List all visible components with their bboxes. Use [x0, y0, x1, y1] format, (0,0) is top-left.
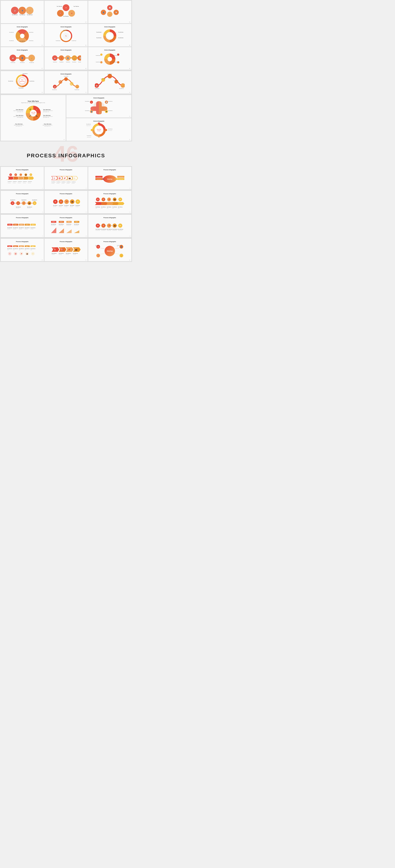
- process-svg-9: ⚙ 🎯 📌 💼 ✉ Your Title here Your Title her…: [94, 220, 125, 234]
- svg-text:🎯: 🎯: [17, 202, 19, 204]
- svg-text:lorem ipsum: lorem ipsum: [13, 183, 16, 183]
- svg-point-38: [107, 33, 112, 39]
- svg-text:Your title here: Your title here: [13, 227, 18, 228]
- svg-text:lorem: lorem: [112, 208, 114, 209]
- process-slide-4: Process Infographic ⚙ 🎯 📌 💼 ✉ Your title…: [1, 191, 44, 213]
- svg-text:lorem ipsum: lorem ipsum: [31, 228, 34, 229]
- svg-line-418: [100, 253, 104, 254]
- slide-title: Process Infographic: [46, 217, 86, 218]
- svg-text:Your title here: Your title here: [52, 253, 57, 254]
- infographic: ↻ Your title here Your title here Your t…: [46, 28, 86, 43]
- process-svg-11: STEP 1 STEP 2 STEP 3 STEP 4 ⚙ 🎯 📌 💼 Your…: [51, 244, 81, 258]
- svg-point-99: [59, 80, 62, 84]
- svg-text:💼: 💼: [113, 198, 116, 200]
- svg-text:lorem ipsum: lorem ipsum: [8, 183, 11, 183]
- svg-text:lorem ipsum: lorem ipsum: [16, 208, 20, 208]
- slide-number: 8: [86, 236, 87, 237]
- svg-rect-64: [64, 57, 65, 58]
- slide-number: 62: [85, 22, 87, 23]
- svg-text:Your title here: Your title here: [62, 182, 66, 182]
- svg-text:STEP 3: STEP 3: [67, 221, 70, 222]
- svg-marker-331: [111, 225, 112, 226]
- svg-rect-51: [25, 57, 28, 59]
- svg-text:Your Title here: Your Title here: [107, 229, 112, 230]
- svg-text:👤: 👤: [21, 57, 23, 59]
- svg-text:lorem ipsum: lorem ipsum: [52, 254, 55, 255]
- svg-text:Your title here: Your title here: [31, 227, 36, 228]
- slide-number: 9: [130, 236, 130, 237]
- svg-text:🎯: 🎯: [14, 253, 16, 255]
- svg-text:lorem ipsum dolor: lorem ipsum dolor: [66, 225, 71, 226]
- middle-row: Your title here Apparently we had reache…: [4, 105, 62, 122]
- svg-text:Your title here: Your title here: [95, 88, 99, 89]
- svg-text:Your title here: Your title here: [85, 101, 90, 102]
- svg-text:Your title here: Your title here: [13, 248, 18, 249]
- svg-text:lorem: lorem: [118, 208, 120, 209]
- svg-text:lorem: lorem: [13, 250, 14, 250]
- slide-card: ☕ 📌 🏆 Your title here Your title here Yo…: [88, 71, 131, 94]
- svg-text:🌿: 🌿: [29, 108, 31, 111]
- svg-text:Your title here: Your title here: [16, 207, 21, 208]
- svg-text:Your Title here: Your Title here: [112, 207, 117, 208]
- svg-text:Your title here: Your title here: [23, 73, 28, 74]
- left-labels: Your title here Apparently we had reache…: [12, 109, 23, 118]
- svg-marker-322: [66, 229, 72, 233]
- slide-number: 64: [41, 45, 43, 46]
- svg-text:Your Title here: Your Title here: [101, 229, 106, 230]
- svg-text:🎯: 🎯: [58, 177, 61, 179]
- svg-text:Your title here: Your title here: [9, 40, 14, 41]
- svg-text:Your title here: Your title here: [27, 207, 32, 208]
- svg-text:🏆: 🏆: [74, 57, 75, 59]
- svg-text:Step 2: Step 2: [14, 246, 17, 247]
- svg-text:Your title here: Your title here: [59, 205, 63, 206]
- svg-marker-155: [18, 177, 24, 180]
- svg-text:lorem: lorem: [25, 250, 26, 250]
- slide-number: 5: [86, 212, 87, 213]
- svg-text:🎤: 🎤: [29, 115, 31, 117]
- svg-text:✦: ✦: [91, 101, 92, 103]
- svg-text:🎓: 🎓: [105, 111, 107, 113]
- svg-text:STEP 1: STEP 1: [8, 224, 11, 225]
- svg-text:is here: is here: [97, 130, 101, 131]
- svg-text:Your title here: Your title here: [13, 181, 17, 182]
- infographic: Your title here Your title here Your tit…: [2, 73, 42, 88]
- svg-text:lorem ipsum dolor: lorem ipsum dolor: [112, 230, 117, 231]
- svg-text:Your title here: Your title here: [59, 224, 64, 225]
- right-label-2: Your title here Apparently we had reache…: [43, 115, 55, 118]
- process-slide-12: Process Infographic Startup ⚙ 👤: [88, 239, 131, 261]
- slide-card: Circle Infographic ☕ 👤 🏆 Your title here…: [1, 47, 44, 70]
- svg-text:Your title here: Your title here: [72, 182, 76, 182]
- svg-text:Your title here: Your title here: [7, 227, 12, 228]
- slide-number: 75: [129, 139, 130, 140]
- svg-text:👤: 👤: [22, 10, 23, 11]
- svg-text:💼: 💼: [28, 202, 30, 204]
- process-grid-row4: Process Infographic Step 1 Step 2 Step 3…: [0, 238, 132, 262]
- svg-point-146: [91, 129, 93, 131]
- svg-text:Step 3: Step 3: [20, 246, 23, 247]
- infographic: ☕ 👤 🏆 Your title here Your title here Yo…: [2, 52, 42, 66]
- puzzle-svg: ✦ 📊 👤 🎓 Your title here Your title here …: [84, 99, 114, 114]
- svg-text:☕: ☕: [12, 57, 14, 59]
- svg-text:🎯: 🎯: [60, 200, 62, 203]
- svg-text:Your title here: Your title here: [29, 81, 34, 82]
- svg-text:Your title here: Your title here: [119, 177, 123, 178]
- slide-title: Process Infographic: [46, 193, 86, 194]
- svg-point-84: [117, 61, 119, 63]
- svg-text:Your title here: Your title here: [87, 135, 92, 136]
- svg-text:lorem ipsum: lorem ipsum: [18, 183, 21, 183]
- slide-title: Process Infographic: [2, 169, 42, 170]
- process-svg-8: STEP 1 STEP 2 STEP 3 STEP 4 Your title h…: [51, 220, 81, 234]
- slide-content: Your title here Apparently we had reache…: [2, 97, 64, 129]
- svg-line-419: [115, 253, 120, 254]
- slide-number: 65: [85, 45, 87, 46]
- svg-text:Your title here: Your title here: [29, 62, 34, 63]
- svg-text:⚙: ⚙: [54, 249, 56, 251]
- infographic: 📊 👤 🏆 💬: [90, 3, 130, 18]
- slide-card: Circle Infographic ↻ Your title here You…: [44, 24, 88, 46]
- svg-text:📌: 📌: [109, 75, 111, 77]
- svg-text:lorem ipsum: lorem ipsum: [59, 254, 62, 255]
- infographic: ⚙ 🎯 📌 💼 ✉ Your title here Your title her…: [2, 172, 42, 187]
- svg-point-26: [20, 34, 25, 38]
- svg-text:📌: 📌: [68, 248, 70, 251]
- process-svg-6: ⚙ 🎯 📌 💼 ✉ Your Title here Your Title her…: [94, 196, 125, 210]
